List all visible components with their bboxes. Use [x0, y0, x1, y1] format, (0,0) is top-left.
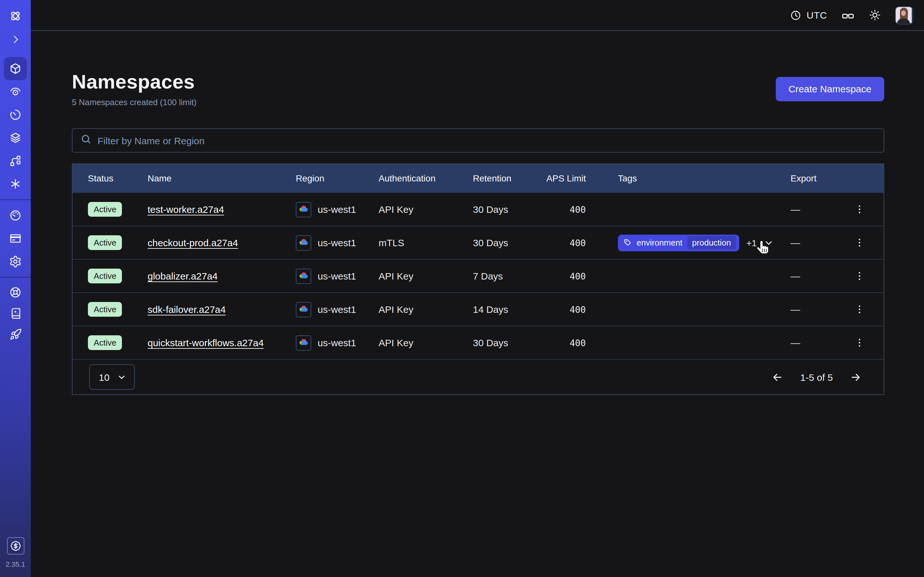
book-sparkles-icon[interactable] [4, 303, 27, 324]
gear-icon[interactable] [4, 250, 27, 273]
export-cell: — [790, 304, 845, 315]
app-version: 2.35.1 [5, 560, 25, 568]
rocket-icon[interactable] [4, 324, 27, 345]
page-subtitle: 5 Namespaces created (100 limit) [72, 97, 197, 107]
column-header-region: Region [296, 173, 379, 183]
status-badge: Active [88, 235, 122, 250]
pagination-range-label: 1-5 of 5 [800, 372, 833, 382]
export-cell: — [790, 337, 845, 348]
kebab-menu-icon[interactable] [851, 301, 867, 317]
gauge-icon[interactable] [4, 204, 27, 227]
tags-expand-chevron-icon[interactable] [764, 237, 774, 248]
region-label: us-west1 [318, 237, 356, 248]
credit-card-icon[interactable] [4, 227, 27, 250]
namespace-link[interactable]: sdk-failover.a27a4 [148, 304, 226, 315]
user-avatar[interactable] [895, 6, 913, 24]
region-label: us-west1 [318, 204, 356, 215]
auth-cell: mTLS [379, 237, 473, 248]
status-badge: Active [88, 302, 122, 317]
retention-cell: 14 Days [473, 304, 546, 315]
page-size-select[interactable]: 10 [89, 364, 134, 390]
export-cell: — [790, 204, 845, 215]
lifebuoy-icon[interactable] [4, 282, 27, 303]
sidebar-divider [0, 277, 31, 277]
tags-more-count: +1 [746, 237, 757, 248]
tag-key: environment [636, 238, 682, 247]
aps-limit-cell: 400 [546, 237, 601, 248]
search-icon [80, 133, 92, 147]
cube-icon[interactable] [4, 57, 27, 80]
dollar-badge-icon[interactable] [7, 537, 24, 554]
table-header-row: Status Name Region Authentication Retent… [73, 164, 884, 192]
aps-limit-cell: 400 [546, 271, 601, 281]
sun-icon[interactable] [869, 9, 881, 21]
glasses-icon[interactable] [841, 8, 855, 22]
previous-page-arrow-icon[interactable] [771, 371, 783, 383]
page-size-value: 10 [99, 372, 110, 382]
auth-cell: API Key [379, 204, 473, 215]
asterisk-icon[interactable] [4, 172, 27, 195]
aps-limit-cell: 400 [546, 204, 601, 214]
retention-cell: 30 Days [473, 237, 546, 248]
kebab-menu-icon[interactable] [851, 201, 867, 217]
sidebar-nav-secondary [4, 204, 27, 273]
google-cloud-icon [296, 268, 311, 284]
export-cell: — [790, 271, 845, 282]
page-title: Namespaces [72, 71, 197, 93]
retention-cell: 30 Days [473, 204, 546, 215]
aps-limit-cell: 400 [546, 304, 601, 314]
google-cloud-icon [296, 335, 311, 350]
layers-icon[interactable] [4, 126, 27, 149]
sidebar: 2.35.1 [0, 0, 31, 577]
status-badge: Active [88, 202, 122, 217]
google-cloud-icon [296, 201, 311, 217]
kebab-menu-icon[interactable] [851, 268, 867, 284]
create-namespace-button[interactable]: Create Namespace [776, 77, 884, 101]
filter-input[interactable] [97, 135, 876, 146]
google-cloud-icon [296, 235, 311, 250]
namespace-link[interactable]: checkout-prod.a27a4 [148, 237, 238, 248]
pagination: 1-5 of 5 [771, 371, 862, 383]
column-header-name: Name [148, 173, 296, 183]
kebab-menu-icon[interactable] [851, 235, 867, 250]
tags-cell: environment production +1 [601, 234, 790, 251]
main-content: Namespaces 5 Namespaces created (100 lim… [31, 31, 924, 577]
temporal-logo-icon[interactable] [8, 9, 23, 23]
status-badge: Active [88, 269, 122, 284]
timer-icon[interactable] [4, 103, 27, 126]
column-header-aps-limit: APS Limit [546, 173, 601, 183]
aps-limit-cell: 400 [546, 338, 601, 348]
sidebar-divider [0, 199, 31, 200]
tag-icon [624, 237, 632, 248]
table-row: Active sdk-failover.a27a4 us-west1 API K… [73, 292, 884, 326]
column-header-tags: Tags [601, 173, 790, 183]
auth-cell: API Key [379, 337, 473, 348]
retention-cell: 30 Days [473, 337, 546, 348]
sidebar-nav-primary [4, 57, 27, 195]
app-root: UTC [0, 0, 924, 577]
table-row: Active quickstart-workflows.a27a4 us-wes… [73, 326, 884, 359]
topbar: UTC [31, 0, 924, 31]
auth-cell: API Key [379, 304, 473, 315]
column-header-status: Status [88, 173, 148, 183]
namespace-link[interactable]: quickstart-workflows.a27a4 [148, 337, 264, 348]
filter-bar [72, 128, 884, 153]
chevron-down-icon [116, 372, 126, 382]
sidebar-bottom: 2.35.1 [5, 537, 25, 577]
column-header-authentication: Authentication [379, 173, 473, 183]
region-label: us-west1 [318, 271, 356, 282]
kebab-menu-icon[interactable] [851, 335, 867, 350]
column-header-export: Export [790, 173, 845, 183]
namespace-link[interactable]: globalizer.a27a4 [148, 271, 218, 282]
table-row: Active globalizer.a27a4 us-west1 API Key… [73, 259, 884, 292]
retention-cell: 7 Days [473, 271, 546, 282]
workflow-branch-icon[interactable] [4, 149, 27, 172]
region-label: us-west1 [318, 337, 356, 348]
next-page-arrow-icon[interactable] [850, 371, 862, 383]
timezone-selector[interactable]: UTC [790, 9, 827, 21]
spiral-eye-icon[interactable] [4, 80, 27, 103]
tag-pill[interactable]: environment production [618, 234, 740, 251]
clock-icon [790, 9, 801, 21]
namespace-link[interactable]: test-worker.a27a4 [148, 204, 224, 215]
sidebar-expand-button[interactable] [10, 34, 21, 45]
